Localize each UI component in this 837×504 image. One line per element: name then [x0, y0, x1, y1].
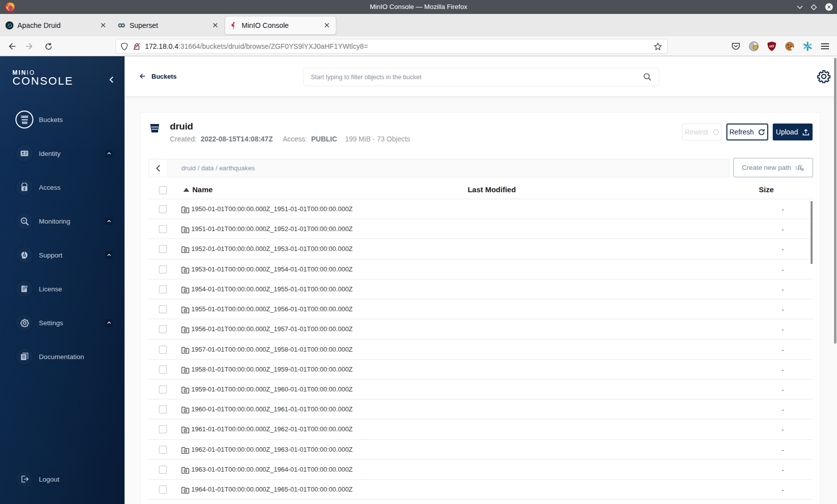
svg-text:uO: uO — [769, 44, 774, 48]
